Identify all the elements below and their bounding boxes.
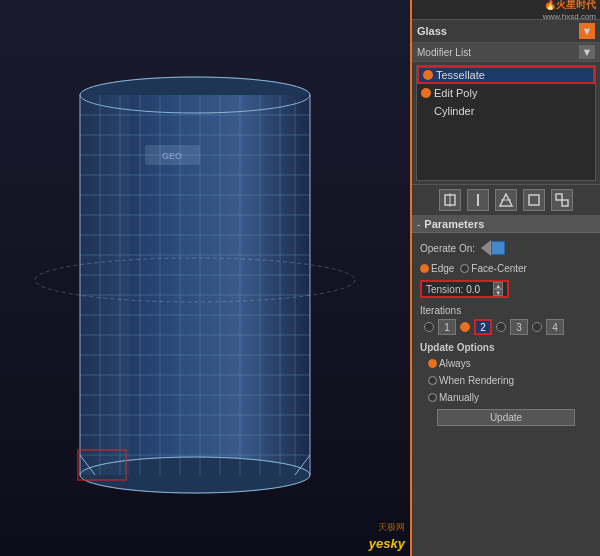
update-rendering-radio (428, 376, 437, 385)
tension-label: Tension: (426, 284, 463, 295)
tension-down-button[interactable]: ▼ (493, 289, 503, 296)
parameters-section: - Parameters Operate On: Edge Face-Cente… (412, 216, 600, 556)
svg-rect-49 (529, 195, 539, 205)
tool-pin-button[interactable] (439, 189, 461, 211)
radio-edge-label: Edge (431, 263, 454, 274)
tool-rotate-button[interactable] (523, 189, 545, 211)
radio-face-circle (460, 264, 469, 273)
editpoly-icon (421, 88, 431, 98)
operate-on-triangle (481, 240, 491, 256)
logo-text: 🔥火星时代 (544, 0, 596, 12)
tessellate-icon (423, 70, 433, 80)
modifier-item-tessellate[interactable]: Tessellate (417, 66, 595, 84)
iter-btn-3[interactable]: 3 (510, 319, 528, 335)
tool-bar-button[interactable] (467, 189, 489, 211)
tension-spinner: ▲ ▼ (493, 282, 503, 296)
section-collapse-button[interactable]: - (417, 219, 420, 230)
object-dropdown-button[interactable]: ▼ (579, 23, 595, 39)
radio-face-label: Face-Center (471, 263, 527, 274)
update-manually-radio (428, 393, 437, 402)
svg-rect-51 (562, 200, 568, 206)
tool-scale-button[interactable] (551, 189, 573, 211)
modifier-name-edit-poly: Edit Poly (434, 87, 477, 99)
iter-radio-4[interactable] (532, 322, 542, 332)
cylinder-spacer (421, 106, 431, 116)
modifier-name-tessellate: Tessellate (436, 69, 485, 81)
radio-row-edge: Edge Face-Center (412, 261, 600, 276)
operate-on-label: Operate On: (420, 243, 475, 254)
operate-on-square[interactable] (491, 241, 505, 255)
object-name: Glass (417, 25, 447, 37)
svg-rect-50 (556, 194, 562, 200)
modifier-item-cylinder[interactable]: Cylinder (417, 102, 595, 120)
update-manually-option[interactable]: Manually (428, 392, 479, 403)
object-name-row: Glass ▼ (412, 20, 600, 43)
iterations-section: Iterations 1 2 3 4 (412, 303, 600, 337)
iter-btn-1[interactable]: 1 (438, 319, 456, 335)
tension-box: Tension: 0.0 ▲ ▼ (420, 280, 509, 298)
section-header: - Parameters (412, 216, 600, 233)
iter-radio-1[interactable] (424, 322, 434, 332)
yesky-watermark: yesky (369, 536, 405, 551)
modifier-stack: Tessellate Edit Poly Cylinder (416, 65, 596, 181)
modifier-list-label: Modifier List (417, 47, 471, 58)
tool-transform-button[interactable] (495, 189, 517, 211)
update-button[interactable]: Update (437, 409, 575, 426)
update-manually-label: Manually (439, 392, 479, 403)
top-bar: 🔥火星时代 www.hxsd.com (412, 0, 600, 20)
update-options: Update Options Always When Rendering Man… (412, 340, 600, 430)
modifier-list-dropdown[interactable]: ▼ (579, 45, 595, 59)
radio-edge-circle (420, 264, 429, 273)
update-always-row: Always (420, 356, 592, 371)
iter-radio-2[interactable] (460, 322, 470, 332)
toolbar-icons (412, 184, 600, 216)
iter-btn-4[interactable]: 4 (546, 319, 564, 335)
svg-rect-40 (80, 95, 130, 475)
iter-radio-3[interactable] (496, 322, 506, 332)
update-always-label: Always (439, 358, 471, 369)
update-rendering-option[interactable]: When Rendering (428, 375, 514, 386)
update-always-radio (428, 359, 437, 368)
update-always-option[interactable]: Always (428, 358, 471, 369)
iter-btn-2[interactable]: 2 (474, 319, 492, 335)
radio-edge[interactable]: Edge (420, 263, 454, 274)
radio-face-center[interactable]: Face-Center (460, 263, 527, 274)
modifier-item-edit-poly[interactable]: Edit Poly (417, 84, 595, 102)
parameters-title: Parameters (424, 218, 484, 230)
update-manually-row: Manually (420, 390, 592, 405)
modifier-list-row: Modifier List ▼ (412, 43, 600, 62)
update-options-label: Update Options (420, 342, 592, 353)
tension-row: Tension: 0.0 ▲ ▼ (412, 278, 600, 300)
update-rendering-label: When Rendering (439, 375, 514, 386)
tianji-watermark: 天极网 (378, 521, 405, 534)
tension-value[interactable]: 0.0 (466, 284, 491, 295)
iterations-row: 1 2 3 4 (424, 319, 592, 335)
modifier-name-cylinder: Cylinder (434, 105, 474, 117)
operate-on-row: Operate On: (412, 238, 600, 258)
stack-empty (417, 120, 595, 180)
iterations-label: Iterations (420, 305, 592, 316)
svg-text:GEO: GEO (162, 151, 182, 161)
update-rendering-row: When Rendering (420, 373, 592, 388)
tension-up-button[interactable]: ▲ (493, 282, 503, 289)
viewport: GEO yesky 天极网 (0, 0, 410, 556)
right-panel: 🔥火星时代 www.hxsd.com Glass ▼ Modifier List… (410, 0, 600, 556)
